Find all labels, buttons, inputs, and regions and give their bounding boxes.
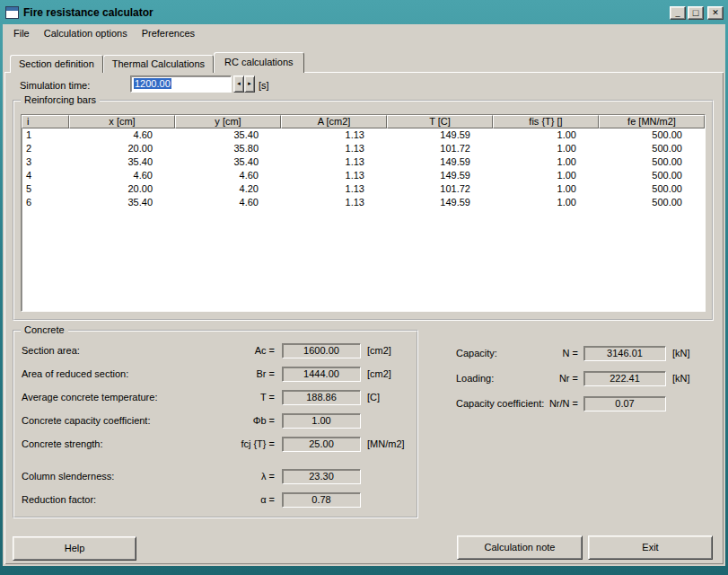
reinforcing-bars-list[interactable]: ix [cm]y [cm]A [cm2]T [C]fis {T} []fe [M… <box>21 114 706 312</box>
help-button[interactable]: Help <box>13 536 136 561</box>
value-box[interactable]: 0.07 <box>583 396 666 411</box>
tab-thermal-calculations[interactable]: Thermal Calculations <box>103 55 214 73</box>
column-header[interactable]: i <box>22 115 69 128</box>
menu-file[interactable]: File <box>6 25 37 41</box>
tab-strip: Section definition Thermal Calculations … <box>10 52 304 73</box>
table-cell: 4.60 <box>69 169 175 182</box>
table-row[interactable]: 335.4035.401.13149.591.00500.00 <box>22 155 705 169</box>
table-cell: 1.13 <box>281 182 387 196</box>
table-cell: 4 <box>22 169 69 182</box>
field-row: Column slenderness:λ =23.30 <box>22 464 411 488</box>
field-row: Concrete strength:fcj {T} =25.00[MN/m2] <box>22 432 411 456</box>
field-row: Capacity:N =3146.01[kN] <box>456 341 718 366</box>
value-box[interactable]: 1.00 <box>282 413 361 429</box>
table-cell: 1.00 <box>493 155 599 169</box>
table-cell: 5 <box>22 182 69 196</box>
table-row[interactable]: 635.404.601.13149.591.00500.00 <box>22 196 705 209</box>
column-header[interactable]: x [cm] <box>69 115 175 128</box>
table-cell: 4.20 <box>175 182 281 196</box>
table-cell: 4.60 <box>69 128 175 142</box>
spin-left-icon[interactable]: ◄ <box>233 75 244 93</box>
field-row: Concrete capacity coefficient:Φb =1.00 <box>22 409 411 432</box>
table-cell: 1.13 <box>281 142 387 155</box>
table-cell: 4.60 <box>175 169 281 182</box>
tab-section-definition[interactable]: Section definition <box>10 55 103 73</box>
window-title: Fire resistance calculator <box>23 6 670 19</box>
table-cell: 500.00 <box>599 196 705 209</box>
column-header[interactable]: A [cm2] <box>281 115 387 128</box>
column-header[interactable]: fis {T} [] <box>493 115 599 128</box>
table-cell: 1.00 <box>493 182 599 196</box>
table-cell: 101.72 <box>387 142 493 155</box>
unit-label: [kN] <box>666 348 690 358</box>
field-symbol: α = <box>210 494 282 505</box>
field-label: Capacity coefficient: <box>456 398 548 409</box>
application-window: Fire resistance calculator _ □ ✕ File Ca… <box>0 0 728 575</box>
field-label: Reduction factor: <box>22 494 210 505</box>
value-box[interactable]: 188.86 <box>282 390 361 405</box>
table-cell: 4.60 <box>175 196 281 209</box>
list-header: ix [cm]y [cm]A [cm2]T [C]fis {T} []fe [M… <box>22 115 705 128</box>
results-fields: Capacity:N =3146.01[kN]Loading:Nr =222.4… <box>456 341 718 416</box>
minimize-icon[interactable]: _ <box>670 6 686 20</box>
column-header[interactable]: fe [MN/m2] <box>599 115 705 128</box>
field-symbol: N = <box>548 348 583 358</box>
field-label: Column slenderness: <box>22 471 210 482</box>
value-box[interactable]: 25.00 <box>282 437 361 452</box>
unit-label: [MN/m2] <box>361 438 405 449</box>
table-cell: 149.59 <box>387 169 493 182</box>
table-cell: 35.40 <box>69 196 175 209</box>
value-box[interactable]: 222.41 <box>583 371 666 386</box>
table-cell: 149.59 <box>387 155 493 169</box>
field-row: Capacity coefficient:Nr/N =0.07 <box>456 391 718 416</box>
table-cell: 500.00 <box>599 142 705 155</box>
table-row[interactable]: 14.6035.401.13149.591.00500.00 <box>22 128 705 142</box>
field-label: Section area: <box>22 345 210 356</box>
app-icon[interactable] <box>5 6 19 19</box>
simulation-time-input[interactable]: 1200.00 <box>130 75 232 93</box>
reinforcing-bars-group: Reinforcing bars ix [cm]y [cm]A [cm2]T [… <box>13 100 714 321</box>
table-cell: 35.40 <box>69 155 175 169</box>
value-box[interactable]: 23.30 <box>282 469 361 484</box>
value-box[interactable]: 3146.01 <box>583 346 666 361</box>
exit-button[interactable]: Exit <box>588 535 713 560</box>
table-cell: 500.00 <box>599 128 705 142</box>
field-symbol: Nr/N = <box>548 398 583 409</box>
table-row[interactable]: 520.004.201.13101.721.00500.00 <box>22 182 705 196</box>
table-cell: 1.13 <box>281 128 387 142</box>
menu-bar: File Calculation options Preferences <box>3 24 725 42</box>
menu-preferences[interactable]: Preferences <box>135 25 202 41</box>
value-box[interactable]: 1600.00 <box>282 343 361 358</box>
menu-calculation-options[interactable]: Calculation options <box>37 25 135 41</box>
table-row[interactable]: 44.604.601.13149.591.00500.00 <box>22 169 705 182</box>
reinforcing-bars-legend: Reinforcing bars <box>21 94 100 106</box>
table-cell: 1.00 <box>493 196 599 209</box>
table-cell: 2 <box>22 142 69 155</box>
field-row: Loading:Nr =222.41[kN] <box>456 366 718 391</box>
value-box[interactable]: 1444.00 <box>282 367 361 382</box>
table-cell: 3 <box>22 155 69 169</box>
unit-label: [cm2] <box>361 368 391 379</box>
title-bar[interactable]: Fire resistance calculator _ □ ✕ <box>5 3 724 22</box>
spin-right-icon[interactable]: ► <box>244 75 255 93</box>
simulation-time-unit: [s] <box>259 80 269 91</box>
field-row: Average concrete temperature:T =188.86[C… <box>22 385 411 409</box>
column-header[interactable]: T [C] <box>387 115 493 128</box>
value-box[interactable]: 0.78 <box>282 492 361 508</box>
table-cell: 6 <box>22 196 69 209</box>
table-cell: 20.00 <box>69 142 175 155</box>
field-symbol: Ac = <box>210 345 282 356</box>
table-row[interactable]: 220.0035.801.13101.721.00500.00 <box>22 142 705 155</box>
table-cell: 1 <box>22 128 69 142</box>
close-icon[interactable]: ✕ <box>707 6 724 20</box>
table-cell: 500.00 <box>599 155 705 169</box>
column-header[interactable]: y [cm] <box>175 115 281 128</box>
unit-label: [C] <box>361 392 380 402</box>
calculation-note-button[interactable]: Calculation note <box>457 535 583 560</box>
table-cell: 1.00 <box>493 169 599 182</box>
maximize-icon[interactable]: □ <box>688 6 704 20</box>
table-cell: 35.80 <box>175 142 281 155</box>
concrete-group: Concrete Section area:Ac =1600.00[cm2]Ar… <box>13 330 418 518</box>
tab-rc-calculations[interactable]: RC calculations <box>214 52 303 73</box>
list-body: 14.6035.401.13149.591.00500.00220.0035.8… <box>22 128 705 209</box>
